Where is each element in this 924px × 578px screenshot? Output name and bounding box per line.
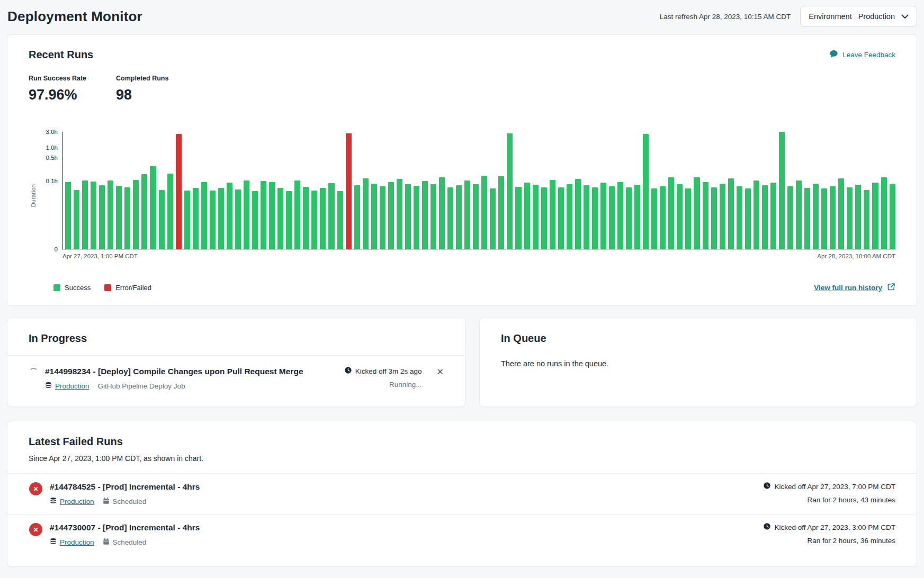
run-bar-success[interactable]: [337, 191, 343, 249]
run-bar-success[interactable]: [737, 186, 742, 249]
run-bar-success[interactable]: [592, 187, 598, 249]
run-bar-success[interactable]: [830, 186, 836, 249]
run-bar-success[interactable]: [515, 187, 521, 249]
run-bar-success[interactable]: [558, 187, 564, 249]
run-bar-success[interactable]: [159, 190, 165, 250]
run-bar-success[interactable]: [881, 177, 887, 249]
run-bar-success[interactable]: [745, 188, 751, 249]
run-bar-success[interactable]: [91, 182, 96, 249]
run-bar-success[interactable]: [838, 178, 844, 249]
run-bar-success[interactable]: [184, 191, 190, 250]
run-bar-success[interactable]: [864, 190, 869, 250]
run-bar-success[interactable]: [141, 174, 147, 249]
run-bar-success[interactable]: [490, 188, 496, 249]
run-bar-success[interactable]: [575, 179, 581, 249]
run-bar-success[interactable]: [261, 181, 266, 249]
run-bar-success[interactable]: [847, 187, 853, 249]
run-bar-success[interactable]: [796, 180, 802, 249]
run-bar-success[interactable]: [617, 182, 623, 250]
run-bar-success[interactable]: [294, 180, 300, 249]
failed-run-environment-link[interactable]: Production: [60, 498, 94, 505]
run-bar-success[interactable]: [821, 188, 827, 249]
run-bar-success[interactable]: [660, 186, 666, 249]
run-bar-success[interactable]: [269, 182, 275, 249]
failed-run-environment-link[interactable]: Production: [60, 538, 94, 546]
run-bar-success[interactable]: [762, 185, 768, 249]
run-bar-success[interactable]: [82, 180, 88, 249]
run-bar-success[interactable]: [711, 187, 717, 249]
run-bar-success[interactable]: [107, 180, 113, 249]
run-bar-success[interactable]: [855, 185, 861, 249]
run-bar-success[interactable]: [311, 191, 317, 249]
run-bar-success[interactable]: [872, 183, 878, 249]
run-bar-success[interactable]: [201, 182, 207, 249]
run-bar-success[interactable]: [507, 133, 513, 249]
run-bar-success[interactable]: [150, 166, 156, 249]
run-bar-success[interactable]: [133, 180, 139, 249]
run-bar-success[interactable]: [124, 187, 130, 249]
run-bar-success[interactable]: [380, 186, 385, 249]
run-bar-success[interactable]: [193, 188, 199, 249]
run-bar-success[interactable]: [498, 176, 504, 249]
run-bar-success[interactable]: [770, 183, 776, 249]
run-bar-success[interactable]: [286, 191, 292, 250]
run-bar-success[interactable]: [430, 184, 436, 250]
run-bar-success[interactable]: [167, 174, 173, 249]
run-bar-success[interactable]: [235, 189, 241, 250]
run-bar-success[interactable]: [320, 188, 326, 249]
run-bar-success[interactable]: [779, 132, 785, 249]
run-bar-success[interactable]: [74, 190, 79, 250]
run-bar-success[interactable]: [584, 185, 589, 249]
run-bar-success[interactable]: [397, 179, 402, 249]
run-bar-success[interactable]: [405, 184, 411, 249]
run-bar-success[interactable]: [227, 183, 232, 249]
run-bar-success[interactable]: [600, 183, 606, 249]
run-bar-success[interactable]: [371, 184, 377, 249]
run-bar-success[interactable]: [550, 180, 555, 250]
run-bar-success[interactable]: [252, 191, 258, 250]
close-icon[interactable]: ✕: [437, 367, 444, 376]
run-bar-success[interactable]: [804, 188, 810, 249]
run-bar-success[interactable]: [303, 187, 309, 249]
run-bar-success[interactable]: [685, 188, 691, 249]
run-bar-success[interactable]: [354, 185, 360, 249]
run-bar-success[interactable]: [524, 183, 530, 249]
run-bar-success[interactable]: [328, 183, 334, 249]
run-bar-success[interactable]: [422, 181, 428, 249]
run-bar-success[interactable]: [677, 184, 683, 249]
run-bar-success[interactable]: [99, 185, 105, 249]
in-progress-environment-link[interactable]: Production: [55, 382, 89, 390]
run-bar-success[interactable]: [541, 187, 547, 249]
run-bar-success[interactable]: [609, 186, 615, 249]
environment-dropdown[interactable]: Environment Production: [800, 6, 917, 27]
run-bar-success[interactable]: [244, 180, 249, 249]
run-bar-success[interactable]: [651, 188, 657, 249]
run-bar-success[interactable]: [363, 178, 369, 249]
leave-feedback-link[interactable]: Leave Feedback: [829, 50, 895, 60]
run-bar-success[interactable]: [567, 184, 572, 249]
run-bar-failed[interactable]: [346, 133, 352, 249]
run-bar-success[interactable]: [720, 184, 725, 249]
run-bar-success[interactable]: [447, 187, 453, 249]
run-bar-success[interactable]: [116, 186, 122, 249]
run-bar-success[interactable]: [643, 134, 649, 250]
run-bar-success[interactable]: [703, 182, 708, 250]
run-bar-success[interactable]: [481, 176, 487, 249]
run-bar-success[interactable]: [813, 184, 819, 249]
run-bar-success[interactable]: [456, 185, 462, 249]
run-bar-success[interactable]: [464, 180, 470, 249]
run-bar-success[interactable]: [414, 186, 419, 249]
run-bar-success[interactable]: [210, 191, 216, 249]
run-bar-success[interactable]: [439, 177, 445, 249]
view-full-run-history-link[interactable]: View full run history: [814, 283, 895, 293]
run-bar-success[interactable]: [533, 185, 539, 249]
run-bar-success[interactable]: [65, 182, 71, 250]
run-bar-success[interactable]: [728, 178, 734, 249]
run-bar-success[interactable]: [890, 184, 895, 249]
run-bar-success[interactable]: [277, 188, 283, 249]
run-bar-success[interactable]: [388, 182, 394, 250]
run-bar-failed[interactable]: [176, 134, 182, 249]
run-bar-success[interactable]: [668, 177, 674, 249]
run-bar-success[interactable]: [634, 185, 640, 249]
run-bar-success[interactable]: [753, 180, 759, 249]
